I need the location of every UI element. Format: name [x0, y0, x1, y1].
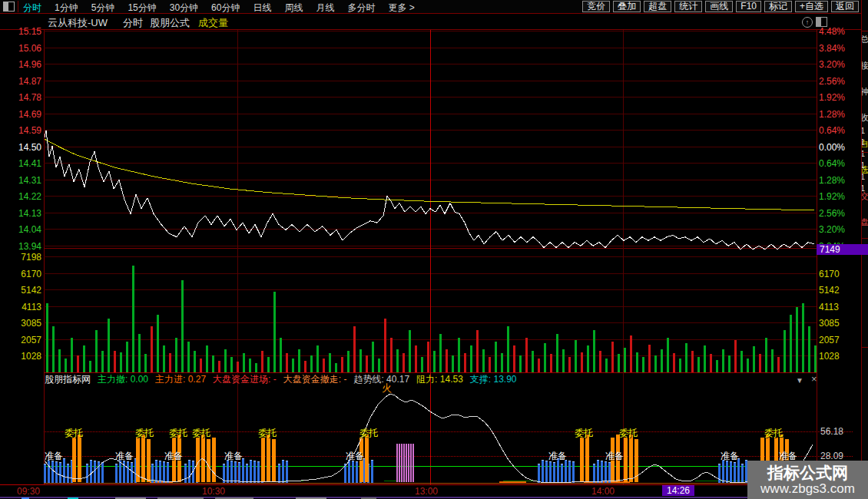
volume-bar	[335, 363, 337, 372]
price-axis-label: 13.94	[0, 241, 41, 252]
volume-bar	[89, 361, 91, 372]
volume-bar	[329, 353, 331, 372]
ready-bar	[565, 460, 567, 483]
current-time-badge: 14:26	[662, 485, 694, 496]
ready-bar	[278, 464, 280, 483]
percent-axis-label: 3.20%	[819, 224, 845, 235]
volume-bar	[71, 338, 73, 372]
strip-divider	[862, 31, 868, 31]
magenta-bar	[412, 444, 414, 482]
volume-bar	[316, 345, 319, 372]
volume-bar	[747, 359, 749, 372]
grid-line	[0, 29, 868, 30]
ready-bar	[718, 464, 721, 483]
volume-bar	[489, 357, 491, 372]
volume-axis-label: 6170	[0, 269, 41, 279]
order-bar	[212, 438, 216, 482]
volume-bar	[83, 345, 85, 372]
ready-bar	[286, 461, 288, 483]
volume-bar	[366, 355, 368, 372]
subpanel-lower-value: 28.09	[820, 451, 843, 461]
volume-bar	[206, 345, 208, 372]
order-bar	[147, 439, 151, 482]
grid-line	[817, 29, 817, 484]
percent-axis-label: 1.92%	[819, 92, 845, 103]
percent-axis-label: 1.28%	[819, 175, 845, 186]
volume-bar	[544, 343, 546, 372]
volume-bar	[611, 342, 614, 372]
volume-bar	[624, 348, 626, 372]
volume-bar	[415, 345, 417, 372]
volume-bar	[630, 335, 632, 372]
time-axis-label: 13:00	[415, 486, 438, 497]
strip-divider	[862, 238, 868, 239]
indicator-field: 阻力: 14.53	[416, 375, 463, 385]
percent-axis-label: 0.64%	[819, 125, 845, 136]
watermark-title: 指标公式网	[767, 464, 848, 481]
volume-bar	[599, 351, 601, 372]
zhunbei-label: 准备	[164, 450, 183, 463]
price-axis-label: 14.13	[0, 208, 41, 219]
grid-line	[44, 483, 817, 484]
volume-bar	[187, 342, 190, 372]
volume-bar	[661, 349, 663, 372]
ready-bar	[352, 461, 354, 483]
ready-bar	[538, 464, 540, 483]
volume-bar	[575, 340, 577, 372]
volume-axis-label: 6170	[819, 269, 840, 279]
volume-bar	[519, 355, 522, 372]
volume-bar	[605, 359, 608, 372]
volume-bar	[568, 357, 571, 372]
order-bar	[201, 435, 205, 482]
volume-bar	[532, 351, 534, 372]
strip-glyph: 1	[862, 160, 865, 170]
volume-bar	[667, 338, 669, 372]
collapse-panel-icon[interactable]: ▼	[796, 376, 803, 385]
volume-bar	[587, 345, 589, 372]
ready-bar	[348, 460, 350, 483]
volume-bar	[728, 355, 731, 372]
order-bar	[624, 438, 628, 482]
ready-bar	[86, 464, 88, 483]
close-panel-icon[interactable]: ×	[811, 375, 817, 384]
volume-bar	[673, 353, 675, 372]
time-axis-label: 14:00	[591, 486, 615, 497]
zhunbei-label: 准备	[721, 450, 739, 463]
volume-bar	[243, 353, 245, 372]
ready-bar	[163, 461, 165, 483]
percent-axis-label: 2.56%	[819, 208, 845, 219]
volume-bar	[765, 338, 767, 372]
volume-bar	[427, 342, 429, 372]
volume-axis-label: 3085	[0, 318, 41, 329]
indicator-name[interactable]: 股朋指标网	[45, 375, 91, 385]
ready-bar	[223, 464, 225, 483]
current-volume-badge: 7149	[817, 244, 868, 255]
volume-bar	[341, 357, 343, 372]
ready-bar	[545, 461, 548, 483]
ready-bar	[67, 464, 69, 483]
order-bar	[141, 435, 145, 482]
volume-bar	[273, 292, 276, 372]
zhunbei-label: 准备	[45, 450, 63, 463]
strip-glyph: 接	[862, 60, 868, 71]
percent-axis-label: 0.00%	[819, 142, 845, 153]
volume-bar	[562, 349, 565, 372]
volume-bar	[108, 319, 110, 372]
volume-bar	[814, 345, 817, 372]
volume-axis-label: 1028	[0, 351, 41, 362]
volume-bar	[550, 354, 552, 372]
volume-bar	[230, 357, 233, 372]
volume-bar	[138, 334, 141, 372]
grid-line	[623, 30, 624, 484]
ready-bar	[597, 460, 599, 483]
ready-bar	[98, 461, 100, 483]
order-bar	[272, 439, 276, 482]
volume-bar	[310, 355, 313, 372]
indicator-field: 大盘资金撤走: -	[283, 375, 347, 385]
ready-bar	[63, 458, 65, 483]
volume-bar	[704, 345, 706, 372]
ready-bar	[188, 460, 190, 483]
volume-bar	[347, 351, 350, 372]
order-bar	[267, 435, 270, 482]
watermark: 指标公式网 www.zbgs3.com	[747, 461, 868, 499]
